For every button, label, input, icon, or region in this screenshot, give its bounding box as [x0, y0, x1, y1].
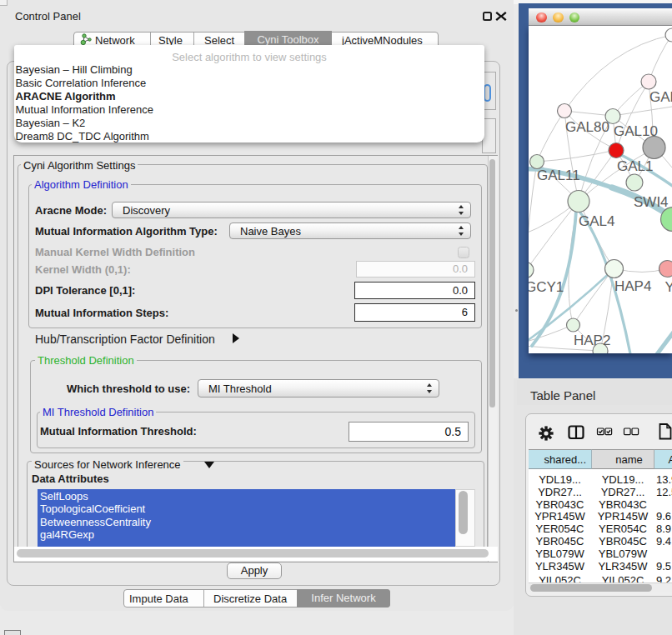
svg-text:GAL2: GAL2	[649, 89, 672, 105]
svg-text:GCY1: GCY1	[529, 279, 564, 295]
svg-text:HAP4: HAP4	[614, 278, 651, 294]
svg-text:GAL11: GAL11	[537, 168, 580, 183]
svg-text:GAL80: GAL80	[565, 119, 609, 135]
svg-text:GAL10: GAL10	[614, 123, 658, 139]
svg-text:SWI4: SWI4	[634, 194, 669, 210]
svg-text:GAL4: GAL4	[579, 213, 614, 229]
svg-text:GAL1: GAL1	[617, 158, 653, 174]
svg-text:Y: Y	[665, 279, 672, 295]
svg-text:HAP2: HAP2	[574, 332, 610, 348]
